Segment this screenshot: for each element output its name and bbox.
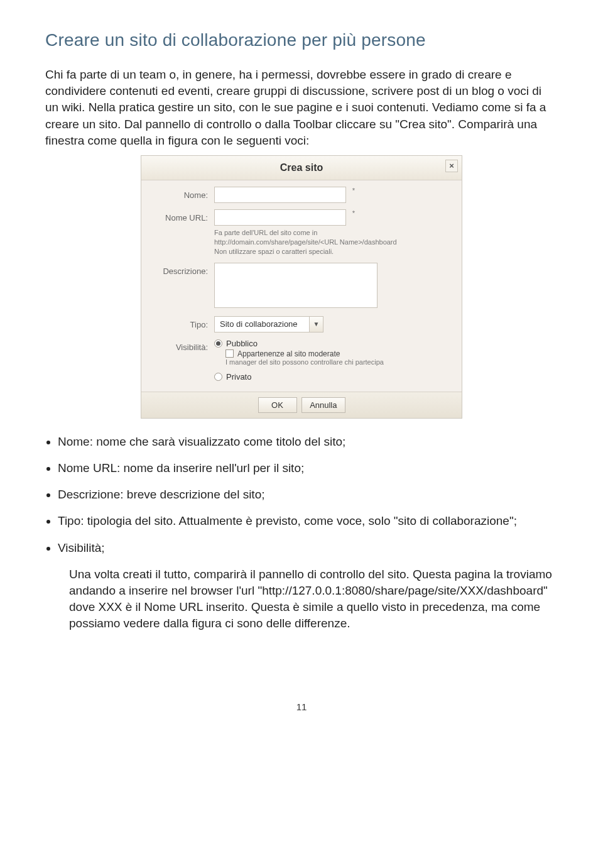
field-explanation-list: Nome: nome che sarà visualizzato come ti… xyxy=(45,434,558,556)
description-textarea[interactable] xyxy=(214,263,378,308)
moderate-membership-note: I manager del sito possono controllare c… xyxy=(225,358,452,366)
moderate-membership-checkbox[interactable]: Appartenenze al sito moderate xyxy=(225,349,452,358)
intro-paragraph: Chi fa parte di un team o, in genere, ha… xyxy=(45,67,558,149)
page-number: 11 xyxy=(45,701,558,712)
visibility-label: Visibilità: xyxy=(151,339,214,352)
required-mark: * xyxy=(352,209,355,217)
checkbox-icon xyxy=(225,349,234,358)
radio-icon xyxy=(214,339,222,348)
list-item: Nome: nome che sarà visualizzato come ti… xyxy=(58,434,558,450)
close-icon[interactable]: × xyxy=(445,160,458,172)
visibility-public-radio[interactable]: Pubblico xyxy=(214,339,452,348)
list-item: Tipo: tipologia del sito. Attualmente è … xyxy=(58,513,558,529)
description-label: Descrizione: xyxy=(151,263,214,276)
visibility-public-label: Pubblico xyxy=(226,339,258,348)
dialog-footer: OK Annulla xyxy=(141,392,462,418)
required-mark: * xyxy=(352,187,355,194)
url-name-input[interactable] xyxy=(214,209,346,226)
dialog-header: Crea sito × xyxy=(141,156,462,180)
type-label: Tipo: xyxy=(151,316,214,329)
visibility-private-label: Privato xyxy=(226,372,251,382)
section-heading: Creare un sito di collaborazione per più… xyxy=(45,30,558,50)
name-input[interactable] xyxy=(214,187,346,203)
url-help-line: http://domain.com/share/page/site/<URL N… xyxy=(214,238,428,247)
chevron-down-icon: ▼ xyxy=(309,317,323,332)
type-select[interactable]: Sito di collaborazione ▼ xyxy=(214,316,323,332)
moderate-membership-label: Appartenenze al sito moderate xyxy=(237,349,340,358)
dialog-title: Crea sito xyxy=(280,162,323,173)
url-help-line: Fa parte dell'URL del sito come in xyxy=(214,228,428,238)
cancel-button[interactable]: Annulla xyxy=(302,397,345,413)
visibility-private-radio[interactable]: Privato xyxy=(214,372,452,382)
closing-paragraph: Una volta creati il tutto, comparirà il … xyxy=(69,566,558,632)
radio-icon xyxy=(214,373,222,381)
url-name-label: Nome URL: xyxy=(151,209,214,222)
list-item: Nome URL: nome da inserire nell'url per … xyxy=(58,460,558,476)
list-item: Visibilità; xyxy=(58,540,558,556)
url-help-line: Non utilizzare spazi o caratteri special… xyxy=(214,247,428,256)
type-select-value: Sito di collaborazione xyxy=(215,319,309,329)
list-item: Descrizione: breve descrizione del sito; xyxy=(58,486,558,503)
create-site-dialog: Crea sito × Nome: * Nome URL: * xyxy=(141,155,462,419)
name-label: Nome: xyxy=(151,187,214,200)
ok-button[interactable]: OK xyxy=(258,397,297,413)
